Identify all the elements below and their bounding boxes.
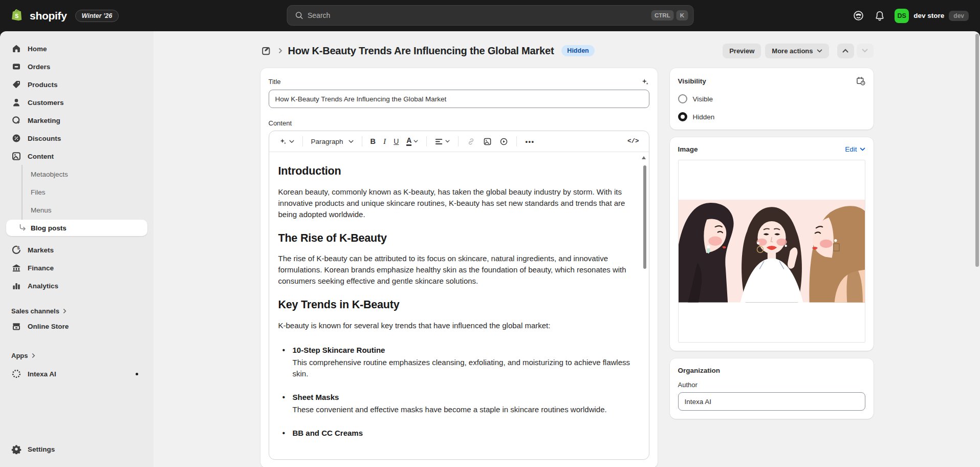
home-icon xyxy=(11,44,21,54)
editor-scrollbar-thumb[interactable] xyxy=(643,165,646,269)
sidebar-item-menus[interactable]: Menus xyxy=(6,202,147,218)
discount-icon xyxy=(11,133,21,143)
store-name: dev store xyxy=(913,12,944,19)
content-image-icon xyxy=(11,151,21,161)
sidebar-item-customers[interactable]: Customers xyxy=(6,94,147,111)
target-cursor-icon xyxy=(11,115,21,125)
organization-title: Organization xyxy=(678,367,865,374)
sales-channels-header[interactable]: Sales channels xyxy=(6,304,147,318)
sidebar-item-settings[interactable]: Settings xyxy=(6,441,147,457)
search-icon xyxy=(294,11,303,20)
ellipsis-icon: ••• xyxy=(525,138,534,145)
list-item: Sheet Masks These convenient and effecti… xyxy=(280,392,639,415)
editor-scroll-up-arrow[interactable] xyxy=(642,156,646,159)
sidebar-item-marketing[interactable]: Marketing xyxy=(6,112,147,129)
play-circle-icon xyxy=(499,137,508,146)
image-edit-button[interactable]: Edit xyxy=(845,145,865,153)
sidebar-item-content[interactable]: Content xyxy=(6,148,147,164)
show-html-button[interactable]: </> xyxy=(624,135,643,147)
globe-dollar-icon: $ xyxy=(11,245,21,255)
search-placeholder: Search xyxy=(308,11,648,19)
sidebar-item-products[interactable]: Products xyxy=(6,76,147,93)
paragraph-style-dropdown[interactable]: Paragraph xyxy=(308,135,357,148)
doc-bullet-list: 10-Step Skincare Routine This comprehens… xyxy=(280,345,639,439)
insert-image-button[interactable] xyxy=(480,135,495,148)
editor-content-area[interactable]: Introduction Korean beauty, commonly kno… xyxy=(269,152,649,459)
page-actions: Preview More actions xyxy=(723,44,873,58)
shopify-logo-icon[interactable]: S xyxy=(11,9,25,23)
k-beauty-illustration xyxy=(679,200,865,302)
italic-button[interactable]: I xyxy=(380,134,389,148)
title-label: Title xyxy=(269,78,281,86)
image-title: Image xyxy=(678,145,698,153)
winter-edition-badge[interactable]: Winter ’26 xyxy=(75,10,119,22)
doc-paragraph: Korean beauty, commonly known as K-beaut… xyxy=(278,186,639,220)
notifications-bell-button[interactable] xyxy=(873,9,886,23)
sidebar-item-discounts[interactable]: Discounts xyxy=(6,130,147,146)
text-color-button[interactable]: A xyxy=(403,134,422,148)
sidebar-item-blog-posts[interactable]: Blog posts xyxy=(6,220,147,236)
rich-text-editor: Paragraph B I U A xyxy=(269,131,649,460)
more-actions-button[interactable]: More actions xyxy=(765,44,829,58)
chevron-down-icon xyxy=(445,140,450,143)
ai-magic-button[interactable] xyxy=(275,135,298,148)
visibility-option-hidden[interactable]: Hidden xyxy=(678,112,865,121)
shortcut-ctrl-key: CTRL xyxy=(651,10,674,20)
visibility-option-visible[interactable]: Visible xyxy=(678,94,865,103)
sidebar-item-markets[interactable]: $ Markets xyxy=(6,242,147,258)
more-formatting-button[interactable]: ••• xyxy=(521,135,538,148)
sidebar-item-online-store[interactable]: Online Store xyxy=(6,318,147,334)
insert-link-button[interactable] xyxy=(463,135,479,148)
store-menu[interactable]: DS dev store dev xyxy=(895,9,969,23)
page-title: How K-Beauty Trends Are Influencing the … xyxy=(288,45,554,57)
blog-post-breadcrumb-icon[interactable] xyxy=(260,45,273,57)
sidebar-item-orders[interactable]: Orders xyxy=(6,58,147,75)
sidebar-item-metaobjects[interactable]: Metaobjects xyxy=(6,166,147,182)
sidebar-item-finance[interactable]: Finance xyxy=(6,260,147,276)
insert-video-button[interactable] xyxy=(496,135,512,148)
sidebar-item-files[interactable]: Files xyxy=(6,184,147,200)
author-input[interactable]: Intexa AI xyxy=(678,392,865,411)
main-content: How K-Beauty Trends Are Influencing the … xyxy=(154,31,980,467)
shopify-admin: S shopify Winter ’26 Search CTRL K xyxy=(0,0,980,467)
bold-button[interactable]: B xyxy=(367,135,379,148)
next-post-button[interactable] xyxy=(857,44,874,58)
featured-image-thumbnail[interactable] xyxy=(678,160,865,343)
chevron-down-icon xyxy=(413,140,418,143)
visibility-card: Visibility Visible Hi xyxy=(670,68,874,130)
underline-button[interactable]: U xyxy=(390,135,402,148)
text-align-button[interactable] xyxy=(431,135,453,148)
brand: S shopify Winter ’26 xyxy=(11,9,119,23)
page-scrollbar-thumb[interactable] xyxy=(975,34,979,267)
apps-header[interactable]: Apps xyxy=(6,348,147,363)
svg-text:S: S xyxy=(15,13,18,19)
notification-dot xyxy=(136,373,138,375)
settings-column: Visibility Visible Hi xyxy=(670,68,874,419)
global-search-input[interactable]: Search CTRL K xyxy=(287,5,693,26)
bar-chart-icon xyxy=(11,281,21,291)
align-left-icon xyxy=(435,138,443,145)
code-icon: </> xyxy=(627,138,639,145)
list-item: BB and CC Creams xyxy=(280,428,639,439)
sidebar-item-intexa-ai[interactable]: Intexa AI xyxy=(6,366,147,382)
sidebar-item-analytics[interactable]: Analytics xyxy=(6,278,147,294)
title-input[interactable]: How K-Beauty Trends Are Influencing the … xyxy=(269,90,649,108)
post-pagination xyxy=(837,44,874,58)
previous-post-button[interactable] xyxy=(837,44,854,58)
hidden-status-badge: Hidden xyxy=(561,45,594,56)
intexa-app-icon xyxy=(11,369,21,379)
sidebar-item-home[interactable]: Home xyxy=(6,40,147,57)
shortcut-k-key: K xyxy=(677,10,688,20)
preview-button[interactable]: Preview xyxy=(723,44,761,58)
doc-heading: Introduction xyxy=(278,163,639,180)
sparkle-icon xyxy=(279,137,287,145)
svg-text:$: $ xyxy=(17,245,20,250)
return-arrow-icon xyxy=(18,224,27,234)
person-icon xyxy=(11,97,21,108)
organization-card: Organization Author Intexa AI xyxy=(670,358,874,419)
doc-paragraph: The rise of K-beauty can be attributed t… xyxy=(278,253,639,287)
ai-sparkle-icon[interactable] xyxy=(641,77,649,86)
sidekick-button[interactable] xyxy=(852,9,865,23)
schedule-calendar-icon[interactable] xyxy=(856,76,865,86)
visibility-title: Visibility xyxy=(678,77,706,85)
